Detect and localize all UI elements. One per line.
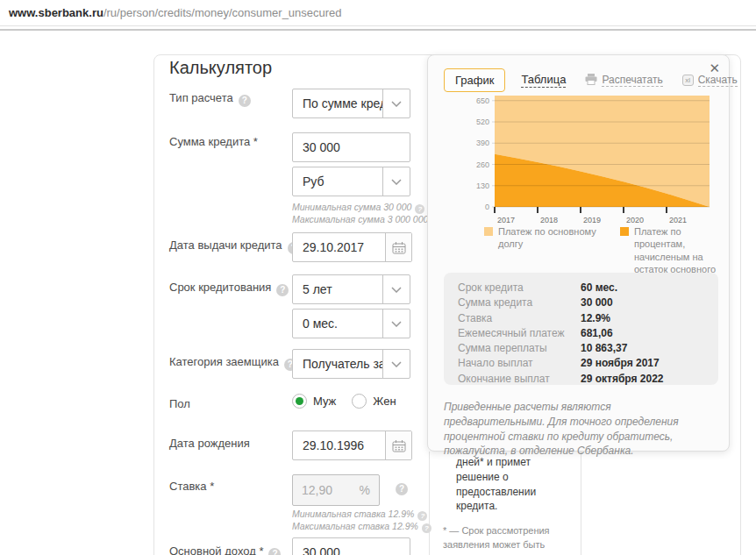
term-label-text: Срок кредитования (169, 281, 271, 294)
chevron-down-icon (382, 350, 410, 378)
term-years-select[interactable]: 5 лет (292, 274, 410, 304)
max-rate-hint-text: Максимальная ставка 12.9% (292, 521, 418, 531)
max-rate-hint: Максимальная ставка 12.9%? (292, 521, 431, 533)
disclaimer-text: Приведенные расчеты являются предварител… (444, 400, 709, 459)
chrome-divider (0, 29, 756, 31)
help-icon[interactable]: ? (422, 523, 431, 533)
birth-date-input[interactable]: 29.10.1996 (292, 430, 412, 460)
summary-row: Сумма кредита30 000 (458, 296, 718, 311)
summary-label: Ежемесячный платеж (458, 327, 581, 342)
summary-value: 29 ноября 2017 (581, 357, 660, 372)
svg-text:2018: 2018 (540, 216, 558, 224)
gender-radio-female[interactable] (352, 394, 367, 409)
summary-value: 60 мес. (581, 281, 617, 296)
gender-option-male[interactable]: Муж (313, 395, 336, 408)
income-input[interactable]: 30 000 (292, 537, 410, 555)
tab-tablica[interactable]: Таблица (521, 73, 566, 88)
help-icon[interactable]: ? (276, 284, 289, 296)
legend-swatch-interest (620, 227, 629, 236)
xls-icon: xl (682, 75, 694, 86)
calendar-icon[interactable] (385, 431, 411, 459)
issue-date-input[interactable]: 29.10.2017 (292, 232, 412, 262)
help-icon[interactable]: ? (239, 95, 251, 107)
summary-row: Ставка12.9% (458, 312, 718, 327)
svg-text:130: 130 (476, 181, 489, 190)
chevron-down-icon (382, 167, 410, 196)
summary-label: Сумма переплаты (458, 342, 581, 357)
summary-value: 12.9% (581, 312, 610, 327)
print-link[interactable]: Распечатать (585, 74, 662, 88)
calc-type-select[interactable]: По сумме кред… (292, 89, 410, 118)
min-amount-hint: Минимальная сумма 30 000? (292, 202, 424, 214)
summary-row: Окончание выплат29 октября 2022 (458, 373, 718, 388)
max-amount-hint: Максимальная сумма 3 000 000? (292, 214, 441, 226)
summary-label: Срок кредита (458, 281, 581, 296)
calc-type-value: По сумме кред… (293, 89, 382, 117)
column-divider-left (429, 452, 430, 555)
currency-select[interactable]: Руб (292, 167, 410, 196)
url-bar[interactable]: www.sberbank.ru/ru/person/credits/money/… (0, 0, 756, 26)
summary-row: Сумма переплаты10 863,37 (458, 342, 718, 357)
column-divider-right (581, 452, 581, 555)
tab-grafik[interactable]: График (444, 68, 505, 92)
rate-input-disabled: 12,90 % (292, 474, 380, 506)
popup-toolbar: График Таблица Распечатать xl Скачать (444, 68, 738, 92)
help-icon[interactable]: ? (268, 548, 281, 555)
category-label-text: Категория заемщика (169, 355, 279, 368)
birth-date-value: 29.10.1996 (293, 431, 385, 459)
gender-label: Пол (169, 397, 190, 410)
url-path: /ru/person/credits/money/consumer_unsecu… (103, 6, 342, 19)
income-label: Основной доход *? (169, 544, 281, 555)
svg-text:650: 650 (476, 96, 489, 105)
svg-text:0: 0 (485, 203, 489, 211)
loan-amount-label: Сумма кредита * (169, 135, 258, 148)
max-amount-hint-text: Максимальная сумма 3 000 000 (292, 214, 428, 224)
birth-date-label: Дата рождения (169, 437, 250, 450)
svg-text:2019: 2019 (583, 216, 601, 224)
min-rate-hint: Минимальная ставка 12.9%? (292, 509, 427, 521)
background-step-text: дней* и примет решение о предоставлении … (456, 455, 560, 514)
summary-row: Ежемесячный платеж681,06 (458, 327, 718, 342)
summary-label: Сумма кредита (458, 296, 581, 311)
gender-option-female[interactable]: Жен (373, 395, 396, 408)
help-icon[interactable]: ? (417, 511, 427, 521)
term-label: Срок кредитования? (169, 281, 289, 296)
summary-value: 681,06 (581, 327, 613, 342)
loan-amount-input[interactable]: 30 000 (292, 132, 410, 162)
print-link-label: Распечатать (602, 74, 662, 87)
radio-selected-dot (296, 397, 303, 405)
chevron-down-icon (382, 310, 410, 338)
term-months-select[interactable]: 0 мес. (292, 309, 410, 338)
browser-window: www.sberbank.ru/ru/person/credits/money/… (0, 0, 756, 555)
gender-radio-group: Муж Жен (292, 394, 412, 409)
download-link[interactable]: xl Скачать (682, 74, 738, 87)
category-value: Получатель за… (293, 350, 382, 378)
calc-type-label-text: Тип расчета (169, 91, 233, 104)
summary-value: 30 000 (581, 296, 613, 311)
term-months-value: 0 мес. (293, 310, 382, 338)
url-host: www.sberbank.ru (9, 6, 103, 19)
min-amount-hint-text: Минимальная сумма 30 000 (292, 202, 411, 212)
svg-text:390: 390 (476, 139, 489, 147)
term-years-value: 5 лет (293, 275, 382, 303)
currency-value: Руб (293, 167, 382, 196)
rate-label: Ставка * (169, 480, 214, 493)
calendar-icon[interactable] (385, 233, 411, 261)
loan-summary: Срок кредита60 мес. Сумма кредита30 000 … (444, 273, 718, 385)
help-icon[interactable]: ? (415, 204, 424, 214)
category-select[interactable]: Получатель за… (292, 349, 410, 379)
help-icon[interactable]: ? (396, 483, 408, 495)
summary-label: Ставка (458, 312, 581, 327)
summary-value: 29 октября 2022 (581, 373, 664, 388)
printer-icon (585, 74, 597, 88)
issue-date-label-text: Дата выдачи кредита (169, 238, 282, 252)
gender-radio-male[interactable] (292, 394, 307, 409)
download-link-label: Скачать (698, 74, 738, 87)
chevron-down-icon (382, 275, 410, 303)
calc-type-label: Тип расчета? (169, 91, 251, 107)
page-title: Калькулятор (169, 58, 272, 78)
issue-date-label: Дата выдачи кредита? (169, 238, 300, 254)
rate-unit: % (360, 483, 370, 497)
issue-date-value: 29.10.2017 (293, 233, 385, 261)
svg-text:520: 520 (476, 117, 489, 126)
